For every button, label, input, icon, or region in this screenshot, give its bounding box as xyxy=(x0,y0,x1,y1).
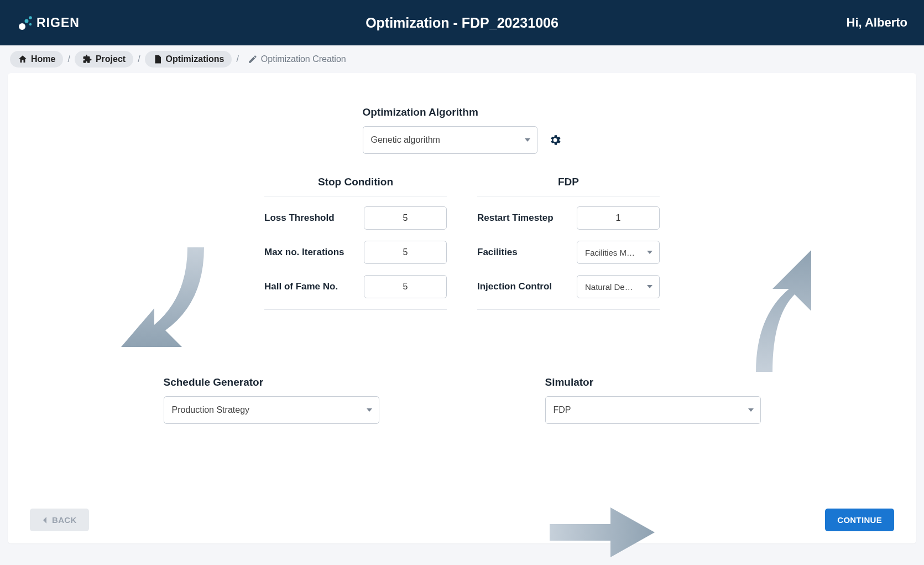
flow-arrow-up-right xyxy=(739,250,828,377)
svg-point-2 xyxy=(29,16,32,19)
injection-control-select[interactable]: Natural Depleti… xyxy=(577,275,660,298)
back-button-label: BACK xyxy=(52,515,77,525)
algorithm-selected-value: Genetic algorithm xyxy=(371,135,440,145)
chevron-down-icon xyxy=(647,251,652,254)
simulator-selected-value: FDP xyxy=(554,405,571,415)
svg-point-1 xyxy=(25,19,29,23)
fdp-section: FDP Restart Timestep Facilities Faciliti… xyxy=(477,176,660,310)
chevron-down-icon xyxy=(525,138,530,142)
hall-of-fame-label: Hall of Fame No. xyxy=(264,281,338,293)
restart-timestep-input[interactable] xyxy=(577,206,660,230)
breadcrumb-project[interactable]: Project xyxy=(75,51,133,68)
chevron-down-icon xyxy=(647,285,652,288)
pencil-icon xyxy=(248,54,258,64)
schedule-generator-section: Schedule Generator Production Strategy xyxy=(164,376,379,424)
restart-timestep-label: Restart Timestep xyxy=(477,212,554,225)
facilities-selected-value: Facilities Mod… xyxy=(585,248,637,257)
breadcrumb-separator: / xyxy=(138,54,140,64)
continue-button-label: CONTINUE xyxy=(837,515,882,525)
breadcrumb-label: Optimizations xyxy=(166,54,225,64)
injection-control-label: Injection Control xyxy=(477,281,552,293)
back-button[interactable]: BACK xyxy=(30,509,89,531)
breadcrumb-label: Home xyxy=(31,54,55,64)
fdp-title: FDP xyxy=(477,176,660,188)
simulator-select[interactable]: FDP xyxy=(545,396,761,424)
divider xyxy=(264,196,447,196)
breadcrumb-optimizations[interactable]: Optimizations xyxy=(145,51,232,68)
footer-actions: BACK CONTINUE xyxy=(30,509,894,531)
schedule-generator-title: Schedule Generator xyxy=(164,376,379,388)
file-icon xyxy=(153,54,163,64)
schedule-generator-selected-value: Production Strategy xyxy=(172,405,250,415)
svg-point-3 xyxy=(29,23,32,25)
divider xyxy=(477,309,660,310)
simulator-title: Simulator xyxy=(545,376,761,388)
brand-logo: RIGEN xyxy=(17,14,80,31)
bottom-section: Schedule Generator Production Strategy S… xyxy=(164,376,761,424)
algorithm-label: Optimization Algorithm xyxy=(363,106,562,118)
facilities-label: Facilities xyxy=(477,246,518,259)
flow-arrow-down-left xyxy=(116,242,204,369)
simulator-section: Simulator FDP xyxy=(545,376,761,424)
loss-threshold-label: Loss Threshold xyxy=(264,212,335,225)
breadcrumb-label: Optimization Creation xyxy=(261,54,346,64)
chevron-down-icon xyxy=(367,408,372,412)
stop-condition-section: Stop Condition Loss Threshold Max no. It… xyxy=(264,176,447,310)
chevron-down-icon xyxy=(748,408,754,412)
svg-point-0 xyxy=(19,23,25,30)
topbar: RIGEN Optimization - FDP_20231006 Hi, Al… xyxy=(0,0,924,45)
divider xyxy=(264,309,447,310)
gear-icon[interactable] xyxy=(549,133,562,147)
logo-icon xyxy=(17,14,33,31)
max-iterations-input[interactable] xyxy=(364,241,447,264)
brand-text: RIGEN xyxy=(36,15,80,30)
user-greeting[interactable]: Hi, Alberto xyxy=(847,15,907,30)
chevron-left-icon xyxy=(42,517,48,523)
stop-condition-title: Stop Condition xyxy=(264,176,447,188)
algorithm-select[interactable]: Genetic algorithm xyxy=(363,126,537,154)
breadcrumb-separator: / xyxy=(236,54,238,64)
facilities-select[interactable]: Facilities Mod… xyxy=(577,241,660,264)
params-section: Stop Condition Loss Threshold Max no. It… xyxy=(255,176,670,310)
hall-of-fame-input[interactable] xyxy=(364,275,447,298)
page-title: Optimization - FDP_20231006 xyxy=(366,15,558,31)
divider xyxy=(477,196,660,196)
breadcrumb-label: Project xyxy=(96,54,126,64)
algorithm-section: Optimization Algorithm Genetic algorithm xyxy=(363,106,562,154)
breadcrumb-current: Optimization Creation xyxy=(243,51,351,68)
breadcrumb: Home / Project / Optimizations / Optimiz… xyxy=(0,45,924,73)
schedule-generator-select[interactable]: Production Strategy xyxy=(164,396,379,424)
breadcrumb-separator: / xyxy=(67,54,70,64)
breadcrumb-home[interactable]: Home xyxy=(10,51,63,68)
loss-threshold-input[interactable] xyxy=(364,206,447,230)
puzzle-icon xyxy=(82,54,92,64)
continue-button[interactable]: CONTINUE xyxy=(825,509,894,531)
max-iterations-label: Max no. Iterations xyxy=(264,246,344,259)
injection-selected-value: Natural Depleti… xyxy=(585,282,637,292)
home-icon xyxy=(18,54,28,64)
main-card: Optimization Algorithm Genetic algorithm… xyxy=(8,73,916,543)
